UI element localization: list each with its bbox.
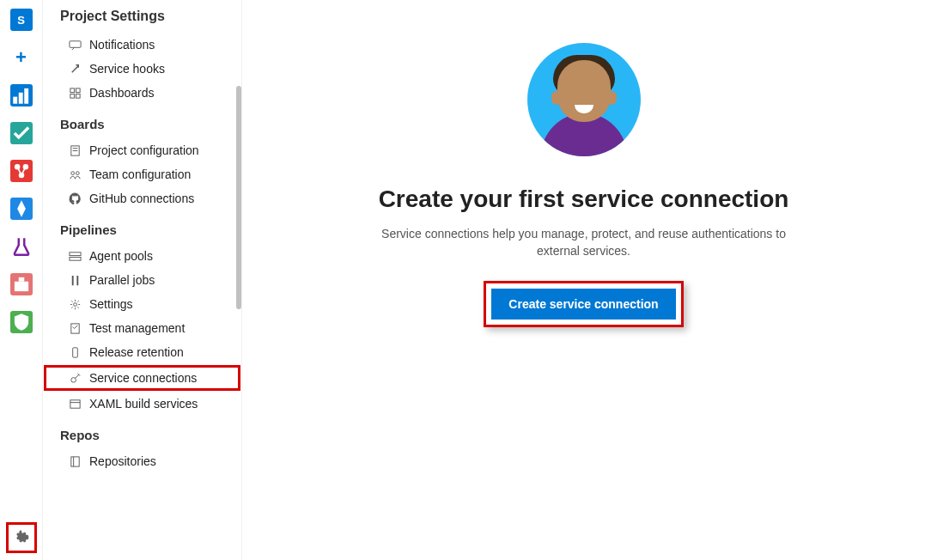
team-icon	[69, 168, 82, 181]
nav-test-management[interactable]: Test management	[43, 316, 241, 340]
nav-label: Notifications	[89, 38, 155, 52]
nav-label: Settings	[89, 297, 133, 311]
chat-icon	[69, 39, 82, 52]
rail-project-rocket[interactable]	[10, 198, 33, 220]
main-content: Create your first service connection Ser…	[242, 0, 925, 560]
parallel-icon	[69, 274, 82, 287]
nav-dashboards[interactable]: Dashboards	[43, 81, 241, 105]
svg-rect-0	[13, 97, 17, 104]
svg-rect-16	[70, 252, 81, 255]
nav-service-connections[interactable]: Service connections	[45, 366, 240, 390]
svg-rect-8	[70, 40, 81, 47]
rail-project-pink[interactable]	[10, 273, 33, 295]
nav-label: Team configuration	[89, 167, 191, 181]
nav-label: Agent pools	[89, 249, 153, 263]
repo-icon	[69, 455, 82, 468]
hook-icon	[69, 63, 82, 76]
create-service-connection-button[interactable]: Create service connection	[491, 289, 675, 320]
nav-notifications[interactable]: Notifications	[43, 33, 241, 57]
svg-point-14	[71, 171, 75, 174]
rail-logo-s[interactable]: S	[10, 9, 33, 31]
grid-icon	[69, 87, 82, 100]
rail-settings-highlight[interactable]	[6, 522, 37, 553]
rail-project-shield[interactable]	[10, 311, 33, 333]
svg-rect-1	[18, 93, 22, 104]
nav-parallel-jobs[interactable]: Parallel jobs	[43, 268, 241, 292]
xaml-icon	[69, 398, 82, 411]
avatar-illustration	[527, 43, 641, 156]
nav-label: Test management	[89, 321, 185, 335]
svg-rect-23	[71, 456, 79, 466]
svg-rect-2	[24, 88, 28, 104]
main-subtext: Service connections help you manage, pro…	[361, 225, 807, 260]
plug-icon	[69, 372, 82, 385]
rail-project-red[interactable]	[10, 160, 33, 182]
rail-project-beaker[interactable]	[10, 235, 33, 258]
nav-label: XAML build services	[89, 397, 198, 411]
nav-repositories[interactable]: Repositories	[43, 449, 241, 473]
svg-rect-6	[14, 282, 27, 291]
svg-point-18	[74, 302, 77, 306]
nav-label: Dashboards	[89, 86, 155, 100]
nav-label: GitHub connections	[89, 192, 194, 205]
nav-project-config[interactable]: Project configuration	[43, 138, 241, 162]
rail-add-icon[interactable]: +	[10, 46, 33, 69]
gear-icon	[69, 298, 82, 311]
nav-release-retention[interactable]: Release retention	[43, 340, 241, 364]
svg-rect-19	[71, 323, 79, 332]
sidebar-title: Project Settings	[43, 3, 241, 33]
github-icon	[69, 192, 82, 205]
main-heading: Create your first service connection	[379, 186, 789, 213]
left-rail: S +	[0, 0, 43, 560]
svg-rect-12	[76, 94, 80, 98]
nav-settings[interactable]: Settings	[43, 292, 241, 316]
svg-rect-22	[70, 399, 80, 407]
svg-rect-17	[70, 257, 81, 260]
svg-rect-11	[70, 94, 75, 98]
nav-label: Release retention	[89, 345, 184, 359]
cta-highlight: Create service connection	[484, 281, 683, 327]
sidebar: Project Settings Notifications Service h…	[43, 0, 242, 560]
rail-project-green[interactable]	[10, 122, 33, 144]
svg-rect-9	[70, 88, 75, 92]
nav-agent-pools[interactable]: Agent pools	[43, 244, 241, 268]
nav-label: Project configuration	[89, 143, 199, 157]
section-repos: Repos	[43, 416, 241, 449]
svg-rect-20	[73, 347, 78, 356]
svg-point-15	[76, 171, 79, 174]
nav-github[interactable]: GitHub connections	[43, 186, 241, 210]
test-icon	[69, 322, 82, 335]
gear-icon	[14, 530, 29, 545]
rail-project-blue[interactable]	[10, 84, 33, 107]
nav-label: Repositories	[89, 454, 156, 468]
pool-icon	[69, 250, 82, 263]
nav-label: Parallel jobs	[89, 273, 155, 287]
section-pipelines: Pipelines	[43, 210, 241, 244]
doc-icon	[69, 144, 82, 157]
scrollbar[interactable]	[236, 86, 241, 309]
section-boards: Boards	[43, 105, 241, 138]
svg-rect-10	[76, 88, 80, 92]
nav-label: Service hooks	[89, 62, 165, 76]
nav-xaml-build[interactable]: XAML build services	[43, 392, 241, 416]
nav-team-config[interactable]: Team configuration	[43, 162, 241, 186]
svg-rect-7	[18, 277, 24, 282]
nav-label: Service connections	[89, 371, 197, 385]
release-icon	[69, 346, 82, 359]
nav-service-hooks[interactable]: Service hooks	[43, 57, 241, 81]
